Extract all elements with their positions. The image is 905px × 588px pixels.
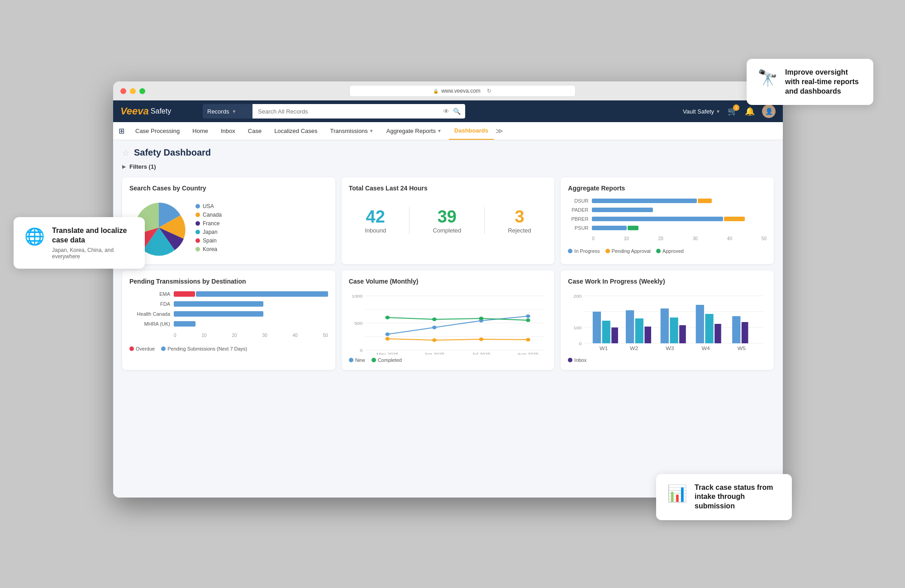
stat-divider-2	[484, 207, 485, 234]
top-nav: Veeva Safety Records ▼ 👁 🔍	[113, 100, 783, 122]
chevron-down-icon: ▼	[232, 109, 236, 114]
agg-row-pader: PADER	[568, 207, 767, 213]
chart-icon: 📊	[667, 484, 687, 503]
card-case-volume: Case Volume (Monthly)	[342, 270, 555, 370]
france-dot	[195, 221, 200, 226]
pader-progress-bar	[592, 208, 653, 212]
w1-dark-bar	[612, 327, 619, 343]
bell-icon[interactable]: 🔔	[745, 106, 755, 116]
mhra-label: MHRA (UK)	[129, 321, 170, 327]
stat-rejected: 3 Rejected	[508, 208, 531, 234]
favorite-star-icon[interactable]: ☆	[122, 148, 129, 158]
nav-transmissions[interactable]: Transmissions ▼	[325, 122, 379, 140]
search-icons-area: 👁 🔍	[438, 104, 465, 119]
svg-rect-39	[661, 308, 669, 343]
new-dot	[349, 358, 353, 362]
mhra-pending-bar	[174, 321, 195, 327]
search-select-label: Records	[207, 108, 229, 115]
svg-rect-42	[696, 305, 704, 343]
search-input[interactable]	[252, 104, 438, 119]
binoculars-icon: 🔭	[757, 69, 778, 88]
filters-bar[interactable]: ▶ Filters (1)	[122, 163, 774, 170]
pending-approval-dot	[605, 249, 610, 253]
pending-approval-label: Pending Approval	[612, 248, 651, 254]
inbound-number: 42	[365, 208, 386, 225]
svg-text:Jun 2025: Jun 2025	[424, 352, 445, 355]
stat-divider-1	[409, 207, 410, 234]
legend-approved: Approved	[656, 248, 684, 254]
card-pending-trans: Pending Transmissions by Destination EMA	[122, 270, 335, 370]
korea-label: Korea	[203, 246, 217, 252]
svg-text:500: 500	[354, 321, 363, 326]
psur-approved-bar	[628, 226, 638, 230]
url-text: www.veeva.com	[441, 88, 481, 94]
total-cases-content: 42 Inbound 39 Completed 3	[349, 198, 548, 243]
svg-text:0: 0	[360, 348, 363, 353]
app-container: Veeva Safety Records ▼ 👁 🔍	[113, 100, 783, 498]
dsur-pending-bar	[698, 199, 712, 203]
inbound-label: Inbound	[365, 227, 386, 234]
card-total-cases: Total Cases Last 24 Hours 42 Inbound 39 …	[342, 177, 555, 264]
fda-bars	[174, 301, 328, 307]
nav-case-processing[interactable]: Case Processing	[130, 122, 185, 140]
address-bar[interactable]: 🔒 www.veeva.com ↻	[349, 85, 576, 97]
svg-text:100: 100	[574, 326, 582, 330]
sub-nav: ⊞ Case Processing Home Inbox Case Locali…	[113, 122, 783, 140]
more-nav-icon[interactable]: ≫	[495, 127, 503, 135]
magnifier-icon[interactable]: 🔍	[453, 108, 461, 115]
svg-text:0: 0	[579, 341, 582, 346]
japan-dot	[195, 230, 200, 234]
nav-localized-cases[interactable]: Localized Cases	[269, 122, 323, 140]
france-label: France	[203, 220, 219, 227]
hbar-fda: FDA	[129, 301, 328, 307]
traffic-light-red[interactable]	[120, 88, 126, 94]
hbar-axis-labels: 01020304050	[174, 333, 328, 338]
svg-rect-36	[626, 310, 634, 343]
veeva-logo: Veeva	[120, 105, 149, 117]
psur-progress-bar	[592, 226, 627, 230]
svg-text:W1: W1	[600, 346, 608, 351]
card-aggregate: Aggregate Reports DSUR	[561, 177, 774, 264]
search-select[interactable]: Records ▼	[203, 104, 252, 119]
aggregate-chevron-icon: ▼	[437, 128, 442, 133]
inbox-legend-label: Inbox	[574, 357, 586, 363]
usa-dot	[195, 204, 200, 209]
ema-label: EMA	[129, 291, 170, 297]
japan-label: Japan	[203, 229, 218, 235]
agg-legend: In Progress Pending Approval Approved	[568, 248, 767, 254]
traffic-light-green[interactable]	[139, 88, 145, 94]
svg-rect-45	[732, 316, 740, 343]
pending-subs-dot	[161, 346, 166, 351]
korea-dot	[195, 247, 200, 251]
legend-wip-inbox: Inbox	[568, 357, 586, 363]
nav-dashboards[interactable]: Dashboards	[449, 122, 494, 140]
nav-case[interactable]: Case	[243, 122, 267, 140]
callout-localize-title: Translate and localize case data	[52, 226, 134, 245]
avatar[interactable]: 👤	[762, 104, 776, 118]
spain-dot	[195, 238, 200, 243]
card-total-cases-title: Total Cases Last 24 Hours	[349, 185, 548, 192]
cart-icon[interactable]: 🛒 1	[728, 106, 738, 116]
agg-bars-pbrer	[592, 217, 767, 221]
grid-menu-icon[interactable]: ⊞	[119, 127, 124, 135]
nav-inbox[interactable]: Inbox	[215, 122, 241, 140]
vault-safety-button[interactable]: Vault Safety ▼	[683, 108, 720, 115]
page-title: Safety Dashboard	[134, 147, 211, 158]
callout-localize: 🌐 Translate and localize case data Japan…	[14, 217, 145, 269]
legend-usa: USA	[195, 203, 222, 209]
refresh-button[interactable]: ↻	[487, 88, 491, 94]
overdue-label: Overdue	[136, 346, 155, 351]
usa-label: USA	[203, 203, 214, 209]
agg-row-psur: PSUR	[568, 225, 767, 231]
nav-aggregate-reports[interactable]: Aggregate Reports ▼	[381, 122, 447, 140]
nav-home[interactable]: Home	[187, 122, 214, 140]
completed-label: Completed	[433, 227, 461, 234]
svg-text:200: 200	[574, 294, 582, 299]
svg-rect-38	[645, 327, 652, 343]
traffic-light-yellow[interactable]	[130, 88, 136, 94]
svg-rect-37	[635, 318, 643, 343]
health-canada-label: Health Canada	[129, 311, 170, 317]
agg-bars-psur	[592, 226, 767, 230]
canada-dot	[195, 213, 200, 217]
legend-france: France	[195, 220, 222, 227]
